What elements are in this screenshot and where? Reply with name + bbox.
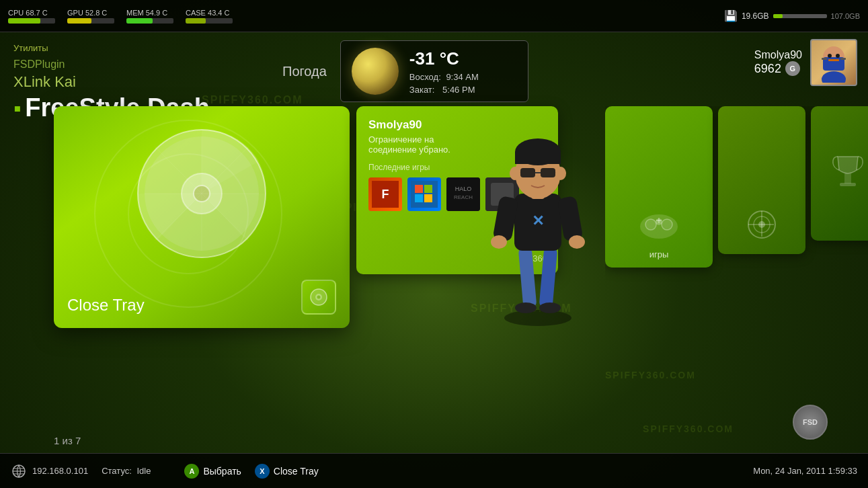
controller-icon	[639, 210, 679, 249]
svg-rect-23	[424, 185, 432, 193]
pagination: 1 из 7	[54, 435, 81, 446]
user-gamerscore: 6962 G	[754, 61, 802, 76]
svg-point-35	[539, 302, 561, 313]
svg-point-52	[555, 167, 566, 180]
svg-text:F: F	[382, 188, 389, 201]
svg-point-31	[504, 310, 571, 326]
weather-sunset: Закат: 5:46 PM	[409, 85, 479, 95]
right-cards-container: игры	[605, 106, 868, 328]
btn-close-tray[interactable]: X Close Tray	[255, 464, 319, 479]
mem-label: MEM 54.9 C	[126, 9, 167, 17]
gpu-label: GPU 52.8 C	[67, 9, 107, 17]
right-card-3[interactable]	[811, 106, 868, 241]
case-bar-track	[186, 18, 233, 24]
svg-point-18	[317, 296, 321, 299]
svg-point-3	[828, 54, 832, 58]
ip-address: 192.168.0.101	[32, 466, 88, 476]
svg-text:REACH: REACH	[454, 194, 473, 200]
top-right: 💾 19.6GB 107.0GB	[724, 9, 860, 22]
btn-select[interactable]: A Выбрать	[184, 464, 241, 479]
svg-rect-65	[844, 173, 851, 184]
gamerscore-value: 6962	[754, 62, 781, 76]
storage-size: 19.6GB	[742, 11, 769, 21]
svg-point-40	[491, 235, 507, 249]
game-thumb-forza[interactable]: F	[368, 177, 402, 211]
cpu-bar-fill	[8, 18, 40, 24]
cpu-label: CPU 68.7 C	[8, 9, 48, 17]
svg-rect-33	[539, 247, 558, 308]
ip-container: 192.168.0.101	[11, 463, 88, 479]
mem-bar-track	[126, 18, 173, 24]
svg-point-55	[662, 219, 672, 230]
a-button: A	[184, 464, 199, 479]
right-card-games[interactable]: игры	[605, 106, 713, 268]
storage-info: 💾 19.6GB 107.0GB	[724, 9, 860, 22]
user-profile-row: Smolya90 6962 G	[754, 39, 857, 86]
weather-sunrise: Восход: 9:34 AM	[409, 72, 479, 82]
game-thumb-windows[interactable]	[407, 177, 441, 211]
svg-rect-6	[822, 58, 827, 60]
status-label: Статус:	[102, 466, 132, 476]
g-badge: G	[785, 61, 800, 76]
bottom-bar: 192.168.0.101 Статус: Idle A Выбрать X C…	[0, 453, 868, 488]
game-thumb-halo[interactable]: HALO REACH	[446, 177, 480, 211]
right-card-1-label: игры	[649, 249, 669, 259]
case-bar-fill	[186, 18, 206, 24]
storage-total: 107.0GB	[831, 12, 860, 20]
disc-graphic	[134, 126, 269, 261]
gpu-bar-fill	[67, 18, 91, 24]
case-label: CASE 43.4 C	[186, 9, 229, 17]
nav-category: Утилиты	[13, 43, 255, 53]
nav-bullet-icon: ▪	[13, 97, 21, 119]
svg-rect-45	[515, 152, 561, 164]
svg-rect-22	[415, 185, 423, 193]
svg-point-41	[569, 235, 585, 249]
cpu-bar-track	[8, 18, 55, 24]
storage-bar-fill	[773, 14, 783, 18]
user-info: Smolya90 6962 G	[754, 49, 802, 76]
svg-rect-7	[840, 58, 846, 60]
svg-rect-25	[424, 194, 432, 202]
gpu-stat: GPU 52.8 C	[67, 9, 114, 24]
disc-tray-card[interactable]: Close Tray	[54, 106, 350, 328]
mem-stat: MEM 54.9 C	[126, 9, 173, 24]
hw-stats: CPU 68.7 C GPU 52.8 C MEM 54.9 C CASE 43…	[8, 9, 233, 24]
mem-bar-fill	[126, 18, 153, 24]
status-value: Idle	[136, 466, 151, 476]
nav-item-xlink[interactable]: XLink Kai	[13, 72, 255, 92]
fsd-logo: FSD	[793, 405, 828, 440]
user-avatar	[810, 39, 857, 86]
user-profile-topright: Smolya90 6962 G	[754, 39, 857, 86]
avatar-figure: ✕	[484, 86, 592, 328]
btn-select-label: Выбрать	[203, 466, 241, 477]
x-button: X	[255, 464, 270, 479]
moon-icon	[352, 48, 399, 95]
weather-info: -31 °C Восход: 9:34 AM Закат: 5:46 PM	[409, 48, 479, 95]
weather-label: Погода	[282, 64, 327, 79]
main-area: Утилиты FSDPlugin XLink Kai ▪ FreeStyle …	[0, 32, 868, 453]
cpu-stat: CPU 68.7 C	[8, 9, 55, 24]
svg-point-54	[645, 219, 656, 230]
top-bar: CPU 68.7 C GPU 52.8 C MEM 54.9 C CASE 43…	[0, 0, 868, 32]
svg-rect-47	[541, 168, 555, 177]
svg-text:✕: ✕	[532, 212, 544, 229]
disc-eject-button[interactable]	[301, 280, 336, 315]
disc-label: Close Tray	[67, 296, 145, 315]
svg-rect-66	[840, 183, 856, 186]
crosshair-icon	[745, 208, 779, 247]
action-buttons: A Выбрать X Close Tray	[184, 464, 318, 479]
right-card-2[interactable]	[718, 106, 805, 254]
svg-rect-5	[828, 59, 839, 61]
hdd-icon: 💾	[724, 9, 738, 22]
svg-point-34	[515, 302, 537, 313]
user-name: Smolya90	[754, 49, 802, 61]
svg-rect-46	[520, 168, 535, 177]
svg-text:HALO: HALO	[455, 186, 472, 192]
svg-point-4	[836, 54, 840, 58]
gpu-bar-track	[67, 18, 114, 24]
btn-close-label: Close Tray	[274, 466, 319, 477]
status-container: Статус: Idle	[102, 466, 151, 476]
network-icon	[11, 463, 27, 479]
weather-temperature: -31 °C	[409, 48, 479, 69]
nav-item-fsdplugin[interactable]: FSDPlugin	[13, 57, 255, 72]
